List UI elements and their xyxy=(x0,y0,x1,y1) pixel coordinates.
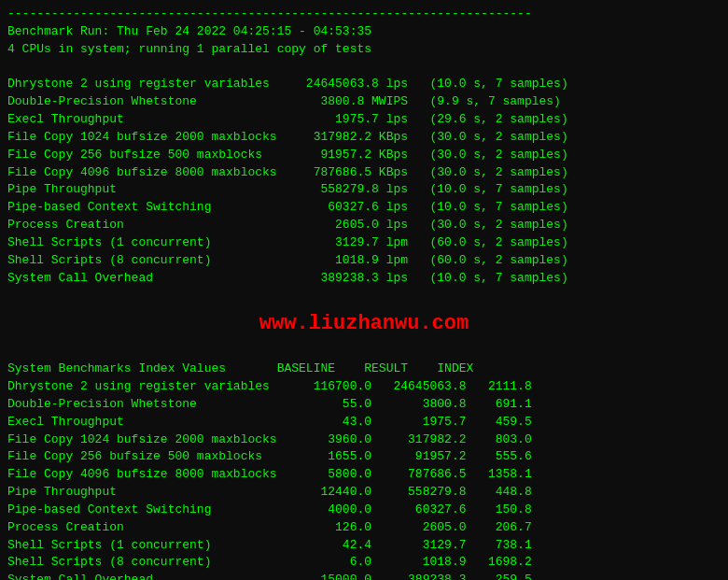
index-row: Shell Scripts (1 concurrent) 42.4 3129.7… xyxy=(7,537,721,555)
result-row: Shell Scripts (8 concurrent) 1018.9 lpm … xyxy=(7,252,721,270)
benchmark-run-line: Benchmark Run: Thu Feb 24 2022 04:25:15 … xyxy=(7,23,721,41)
separator-top: ----------------------------------------… xyxy=(7,6,721,23)
index-row: Shell Scripts (8 concurrent) 6.0 1018.9 … xyxy=(7,554,721,572)
watermark: www.liuzhanwu.com xyxy=(7,308,721,339)
result-row: Dhrystone 2 using register variables 246… xyxy=(7,76,721,93)
blank2 xyxy=(7,288,721,305)
result-row: Pipe-based Context Switching 60327.6 lps… xyxy=(7,199,721,217)
blank1 xyxy=(7,59,721,77)
cpus-line: 4 CPUs in system; running 1 parallel cop… xyxy=(7,41,721,59)
index-row: System Call Overhead 15000.0 389238.3 25… xyxy=(7,572,721,580)
results-section: Dhrystone 2 using register variables 246… xyxy=(7,76,721,287)
result-row: File Copy 1024 bufsize 2000 maxblocks 31… xyxy=(7,129,721,147)
index-row: Pipe Throughput 12440.0 558279.8 448.8 xyxy=(7,484,721,502)
result-row: System Call Overhead 389238.3 lps (10.0 … xyxy=(7,270,721,288)
index-row: Execl Throughput 43.0 1975.7 459.5 xyxy=(7,414,721,431)
index-row: Process Creation 126.0 2605.0 206.7 xyxy=(7,519,721,537)
index-section: Dhrystone 2 using register variables 116… xyxy=(7,378,721,580)
result-row: File Copy 4096 bufsize 8000 maxblocks 78… xyxy=(7,164,721,182)
index-row: File Copy 1024 bufsize 2000 maxblocks 39… xyxy=(7,431,721,449)
blank3 xyxy=(7,343,721,361)
index-row: Dhrystone 2 using register variables 116… xyxy=(7,378,721,396)
index-row: Double-Precision Whetstone 55.0 3800.8 6… xyxy=(7,396,721,414)
result-row: Pipe Throughput 558279.8 lps (10.0 s, 7 … xyxy=(7,181,721,199)
result-row: Process Creation 2605.0 lps (30.0 s, 2 s… xyxy=(7,217,721,234)
index-row: File Copy 256 bufsize 500 maxblocks 1655… xyxy=(7,448,721,466)
index-row: Pipe-based Context Switching 4000.0 6032… xyxy=(7,502,721,519)
result-row: Execl Throughput 1975.7 lps (29.6 s, 2 s… xyxy=(7,111,721,129)
index-row: File Copy 4096 bufsize 8000 maxblocks 58… xyxy=(7,466,721,484)
terminal-window: ----------------------------------------… xyxy=(0,0,728,580)
index-header: System Benchmarks Index Values BASELINE … xyxy=(7,361,721,378)
result-row: Double-Precision Whetstone 3800.8 MWIPS … xyxy=(7,93,721,111)
result-row: File Copy 256 bufsize 500 maxblocks 9195… xyxy=(7,147,721,164)
result-row: Shell Scripts (1 concurrent) 3129.7 lpm … xyxy=(7,234,721,252)
